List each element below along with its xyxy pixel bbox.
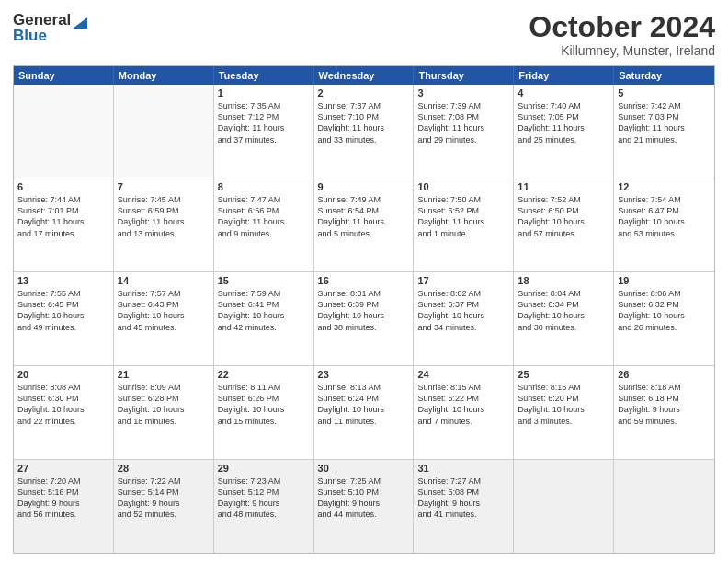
day-cell-24: 24Sunrise: 8:15 AM Sunset: 6:22 PM Dayli… (414, 366, 514, 459)
day-cell-11: 11Sunrise: 7:52 AM Sunset: 6:50 PM Dayli… (514, 178, 614, 271)
header-day-saturday: Saturday (614, 66, 714, 85)
day-cell-15: 15Sunrise: 7:59 AM Sunset: 6:41 PM Dayli… (214, 272, 314, 365)
calendar-row-4: 20Sunrise: 8:08 AM Sunset: 6:30 PM Dayli… (14, 365, 714, 459)
day-cell-7: 7Sunrise: 7:45 AM Sunset: 6:59 PM Daylig… (114, 178, 214, 271)
day-number: 7 (118, 181, 210, 192)
day-info: Sunrise: 7:23 AM Sunset: 5:12 PM Dayligh… (218, 477, 281, 519)
calendar-body: 1Sunrise: 7:35 AM Sunset: 7:12 PM Daylig… (14, 85, 714, 553)
day-number: 3 (417, 87, 509, 98)
day-number: 26 (618, 369, 711, 380)
day-cell-22: 22Sunrise: 8:11 AM Sunset: 6:26 PM Dayli… (214, 366, 314, 459)
day-info: Sunrise: 8:16 AM Sunset: 6:20 PM Dayligh… (518, 383, 585, 425)
day-cell-3: 3Sunrise: 7:39 AM Sunset: 7:08 PM Daylig… (414, 85, 514, 178)
day-cell-30: 30Sunrise: 7:25 AM Sunset: 5:10 PM Dayli… (314, 460, 415, 553)
empty-cell (514, 460, 614, 553)
day-cell-27: 27Sunrise: 7:20 AM Sunset: 5:16 PM Dayli… (14, 460, 114, 553)
day-info: Sunrise: 7:27 AM Sunset: 5:08 PM Dayligh… (417, 477, 481, 519)
logo-arrow-icon (73, 12, 87, 29)
empty-cell (114, 85, 214, 178)
day-info: Sunrise: 7:35 AM Sunset: 7:12 PM Dayligh… (218, 101, 285, 144)
day-info: Sunrise: 7:40 AM Sunset: 7:05 PM Dayligh… (518, 101, 585, 144)
day-cell-6: 6Sunrise: 7:44 AM Sunset: 7:01 PM Daylig… (14, 178, 114, 271)
day-info: Sunrise: 7:50 AM Sunset: 6:52 PM Dayligh… (417, 195, 484, 237)
day-info: Sunrise: 7:59 AM Sunset: 6:41 PM Dayligh… (218, 289, 285, 331)
calendar-row-5: 27Sunrise: 7:20 AM Sunset: 5:16 PM Dayli… (14, 459, 714, 553)
day-number: 14 (118, 275, 210, 286)
day-cell-1: 1Sunrise: 7:35 AM Sunset: 7:12 PM Daylig… (214, 85, 314, 178)
day-number: 20 (17, 369, 109, 380)
header-day-friday: Friday (514, 66, 614, 85)
day-info: Sunrise: 7:25 AM Sunset: 5:10 PM Dayligh… (318, 477, 381, 519)
day-cell-13: 13Sunrise: 7:55 AM Sunset: 6:45 PM Dayli… (14, 272, 114, 365)
day-cell-23: 23Sunrise: 8:13 AM Sunset: 6:24 PM Dayli… (314, 366, 415, 459)
day-info: Sunrise: 7:44 AM Sunset: 7:01 PM Dayligh… (17, 195, 85, 237)
day-info: Sunrise: 8:01 AM Sunset: 6:39 PM Dayligh… (318, 289, 385, 331)
day-cell-9: 9Sunrise: 7:49 AM Sunset: 6:54 PM Daylig… (314, 178, 415, 271)
header-day-monday: Monday (114, 66, 214, 85)
day-info: Sunrise: 7:57 AM Sunset: 6:43 PM Dayligh… (118, 289, 185, 331)
empty-cell (14, 85, 114, 178)
day-info: Sunrise: 8:11 AM Sunset: 6:26 PM Dayligh… (218, 383, 285, 425)
day-cell-2: 2Sunrise: 7:37 AM Sunset: 7:10 PM Daylig… (314, 85, 415, 178)
day-number: 23 (318, 369, 410, 380)
day-number: 30 (318, 463, 410, 474)
header: General Blue October 2024 Killumney, Mun… (13, 11, 715, 58)
day-cell-18: 18Sunrise: 8:04 AM Sunset: 6:34 PM Dayli… (514, 272, 614, 365)
logo-blue: Blue (13, 27, 47, 45)
day-info: Sunrise: 7:20 AM Sunset: 5:16 PM Dayligh… (17, 477, 81, 519)
day-cell-8: 8Sunrise: 7:47 AM Sunset: 6:56 PM Daylig… (214, 178, 314, 271)
day-cell-21: 21Sunrise: 8:09 AM Sunset: 6:28 PM Dayli… (114, 366, 214, 459)
day-cell-20: 20Sunrise: 8:08 AM Sunset: 6:30 PM Dayli… (14, 366, 114, 459)
day-info: Sunrise: 8:02 AM Sunset: 6:37 PM Dayligh… (417, 289, 484, 331)
day-number: 22 (218, 369, 310, 380)
day-info: Sunrise: 7:22 AM Sunset: 5:14 PM Dayligh… (118, 477, 181, 519)
day-cell-25: 25Sunrise: 8:16 AM Sunset: 6:20 PM Dayli… (514, 366, 614, 459)
day-info: Sunrise: 8:06 AM Sunset: 6:32 PM Dayligh… (618, 289, 685, 331)
day-info: Sunrise: 7:54 AM Sunset: 6:47 PM Dayligh… (618, 195, 685, 237)
calendar-row-2: 6Sunrise: 7:44 AM Sunset: 7:01 PM Daylig… (14, 178, 714, 271)
day-number: 18 (518, 275, 609, 286)
day-info: Sunrise: 8:18 AM Sunset: 6:18 PM Dayligh… (618, 383, 681, 425)
day-cell-19: 19Sunrise: 8:06 AM Sunset: 6:32 PM Dayli… (614, 272, 714, 365)
day-number: 31 (417, 463, 509, 474)
day-info: Sunrise: 8:13 AM Sunset: 6:24 PM Dayligh… (318, 383, 385, 425)
header-day-sunday: Sunday (14, 66, 114, 85)
day-info: Sunrise: 7:52 AM Sunset: 6:50 PM Dayligh… (518, 195, 585, 237)
day-info: Sunrise: 7:42 AM Sunset: 7:03 PM Dayligh… (618, 101, 685, 144)
calendar: SundayMondayTuesdayWednesdayThursdayFrid… (13, 65, 715, 554)
day-number: 12 (618, 181, 711, 192)
day-cell-28: 28Sunrise: 7:22 AM Sunset: 5:14 PM Dayli… (114, 460, 214, 553)
day-number: 1 (218, 87, 310, 98)
day-number: 19 (618, 275, 711, 286)
empty-cell (614, 460, 714, 553)
day-cell-31: 31Sunrise: 7:27 AM Sunset: 5:08 PM Dayli… (414, 460, 514, 553)
day-info: Sunrise: 7:45 AM Sunset: 6:59 PM Dayligh… (118, 195, 185, 237)
day-number: 8 (218, 181, 310, 192)
day-number: 29 (218, 463, 310, 474)
logo: General Blue (13, 11, 87, 45)
calendar-row-3: 13Sunrise: 7:55 AM Sunset: 6:45 PM Dayli… (14, 271, 714, 365)
header-day-wednesday: Wednesday (314, 66, 415, 85)
day-number: 15 (218, 275, 310, 286)
day-info: Sunrise: 8:09 AM Sunset: 6:28 PM Dayligh… (118, 383, 185, 425)
day-number: 25 (518, 369, 609, 380)
day-cell-17: 17Sunrise: 8:02 AM Sunset: 6:37 PM Dayli… (414, 272, 514, 365)
day-cell-10: 10Sunrise: 7:50 AM Sunset: 6:52 PM Dayli… (414, 178, 514, 271)
day-number: 28 (118, 463, 210, 474)
header-day-thursday: Thursday (414, 66, 514, 85)
day-number: 21 (118, 369, 210, 380)
day-number: 2 (318, 87, 410, 98)
calendar-header: SundayMondayTuesdayWednesdayThursdayFrid… (14, 66, 714, 85)
day-number: 27 (17, 463, 109, 474)
day-number: 5 (618, 87, 711, 98)
day-info: Sunrise: 7:47 AM Sunset: 6:56 PM Dayligh… (218, 195, 285, 237)
day-cell-14: 14Sunrise: 7:57 AM Sunset: 6:43 PM Dayli… (114, 272, 214, 365)
day-info: Sunrise: 7:39 AM Sunset: 7:08 PM Dayligh… (417, 101, 484, 144)
day-number: 11 (518, 181, 609, 192)
day-cell-12: 12Sunrise: 7:54 AM Sunset: 6:47 PM Dayli… (614, 178, 714, 271)
day-number: 16 (318, 275, 410, 286)
day-cell-29: 29Sunrise: 7:23 AM Sunset: 5:12 PM Dayli… (214, 460, 314, 553)
day-cell-4: 4Sunrise: 7:40 AM Sunset: 7:05 PM Daylig… (514, 85, 614, 178)
header-day-tuesday: Tuesday (214, 66, 314, 85)
page: General Blue October 2024 Killumney, Mun… (0, 0, 728, 563)
